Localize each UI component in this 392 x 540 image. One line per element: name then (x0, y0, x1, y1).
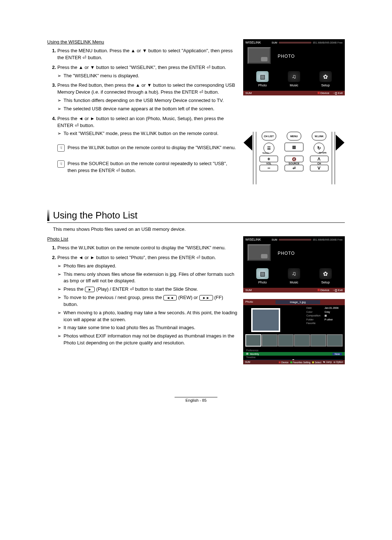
note-arrow-icon: ➢ (57, 73, 61, 79)
return-button: ↻RETURN (314, 143, 324, 154)
pl-step-1: Press the W.LINK button on the remote co… (57, 245, 237, 251)
tip-text: Press the SOURCE button on the remote co… (68, 160, 237, 174)
remote-control-diagram: CH LIST MENU W.LINK ☰TOOLS ▥ ↻RETURN + V… (252, 132, 336, 184)
ch-up-button: ᐱ (310, 156, 328, 162)
play-icon: ► (85, 287, 95, 292)
fastforward-icon: ►► (199, 295, 213, 300)
vol-down-button: − (260, 165, 278, 171)
menu-button: MENU (287, 132, 301, 140)
remote-tip-icon: ☟ (57, 160, 65, 168)
page-heading: Using the Photo List (47, 210, 345, 223)
wlink-button: W.LINK (312, 132, 326, 140)
heading-subtitle: This menu shows Photo files saved on an … (53, 226, 345, 232)
ch-down-button: ᐯ (310, 165, 328, 171)
tip-text: Press the W.LINK button on the remote co… (68, 144, 236, 152)
section-heading: Using the WISELINK Menu (47, 39, 237, 45)
setup-icon: ✿ (319, 71, 332, 82)
rewind-icon: ◄◄ (163, 295, 177, 300)
chlist-button: CH LIST (262, 132, 276, 140)
pointer-arrow-icon (336, 135, 344, 151)
info-button: ▥ (285, 143, 303, 151)
step-4: Press the ◄ or ► button to select an ico… (57, 115, 237, 138)
step-3: Press the Red button, then press the ▲ o… (57, 82, 237, 112)
remote-tip-icon: ☟ (57, 144, 65, 152)
pointer-arrow-icon (244, 135, 252, 151)
wiselink-screenshot: WISELINK SUM851.98MB/995.00MB Free PHOTO… (243, 236, 345, 292)
music-icon: ♫ (288, 71, 300, 82)
section-heading: Photo List (47, 236, 237, 242)
photo-icon: ▧ (256, 71, 269, 82)
step-1: Press the MENU button. Press the ▲ or ▼ … (57, 48, 237, 61)
photo-list-screenshot: Photo image_1.jpg DateJan.01.2008 ColorG… (243, 299, 345, 364)
pl-step-2: Press the ◄ or ► button to select "Photo… (57, 254, 237, 347)
source-button: ⏎ (285, 165, 303, 171)
page-number: English - 85 (175, 397, 217, 402)
wiselink-screenshot: WISELINK SUM851.98MB/995.00MB Free PHOTO… (243, 39, 345, 95)
tools-button: ☰TOOLS (264, 143, 274, 154)
photo-preview-icon (248, 47, 271, 64)
selected-photo-thumb (251, 308, 280, 332)
mute-button: 🔇 (285, 156, 303, 162)
vol-up-button: + (260, 156, 278, 162)
step-2: Press the ▲ or ▼ button to select "WISEL… (57, 64, 237, 79)
